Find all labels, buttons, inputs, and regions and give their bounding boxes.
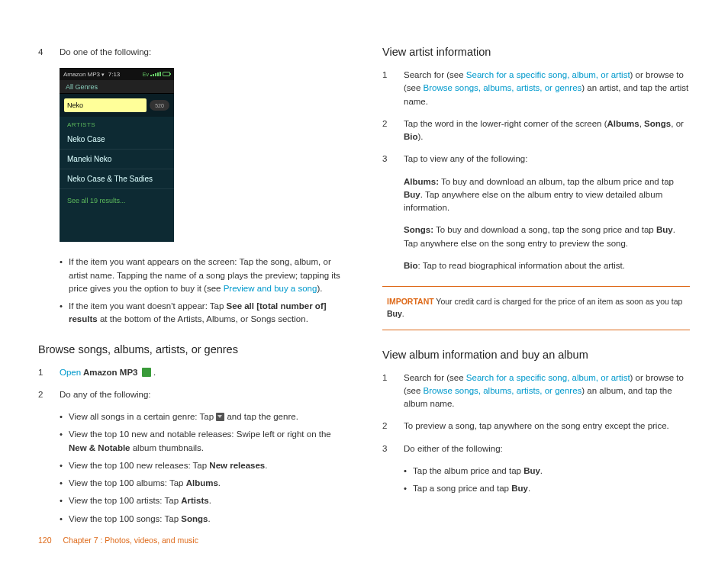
page-number: 120 <box>38 536 52 545</box>
link-browse-songs[interactable]: Browse songs, albums, artists, or genres <box>424 83 582 92</box>
list-item: •View the top 100 albums: Tap Albums. <box>60 477 346 490</box>
step-number: 3 <box>382 153 404 166</box>
artist-row: Neko Case <box>60 130 174 150</box>
important-note: IMPORTANT Your credit card is charged fo… <box>382 286 690 330</box>
phone-screenshot: Amazon MP3 ▾ 7:13 Ev All Genres Neko 520… <box>60 68 174 242</box>
dropdown-icon <box>216 413 224 421</box>
search-row: Neko 520 <box>60 94 174 117</box>
amazon-mp3-icon <box>142 368 151 377</box>
link-search-specific[interactable]: Search for a specific song, album, or ar… <box>466 70 630 79</box>
heading-browse: Browse songs, albums, artists, or genres <box>38 343 346 355</box>
step-number: 3 <box>382 442 404 455</box>
list-item: •Tap a song price and tap Buy. <box>404 482 690 495</box>
step-1: 1 Open Amazon MP3 . <box>38 366 346 379</box>
step-2: 2 Do any of the following: <box>38 388 346 401</box>
step2-bullets: •View all songs in a certain genre: Tap … <box>60 410 346 526</box>
step-2: 2 Tap the word in the lower-right corner… <box>382 117 690 144</box>
list-item: •View all songs in a certain genre: Tap … <box>60 410 346 423</box>
battery-icon <box>163 72 170 76</box>
step-1: 1 Search for (see Search for a specific … <box>382 372 690 411</box>
page-footer: 120 Chapter 7 : Photos, videos, and musi… <box>38 536 198 545</box>
step-number: 4 <box>38 46 60 59</box>
signal-icon <box>150 72 161 76</box>
search-box: Neko <box>64 98 147 112</box>
step-3: 3 Tap to view any of the following: <box>382 153 690 166</box>
genres-row: All Genres <box>60 80 174 94</box>
artists-label: ARTISTS <box>60 117 174 130</box>
step-number: 2 <box>38 388 60 401</box>
link-preview-buy[interactable]: Preview and buy a song <box>224 284 317 293</box>
see-all-results: See all 19 results... <box>60 189 174 212</box>
list-item: •View the top 100 songs: Tap Songs. <box>60 513 346 526</box>
link-search-specific[interactable]: Search for a specific song, album, or ar… <box>466 373 630 382</box>
count-pill: 520 <box>150 100 169 111</box>
chapter-title: Chapter 7 : Photos, videos, and music <box>63 536 198 545</box>
status-bar: Amazon MP3 ▾ 7:13 Ev <box>60 68 174 80</box>
step-3: 3 Do either of the following: <box>382 442 690 455</box>
albums-info: Albums: To buy and download an album, ta… <box>404 175 690 215</box>
list-item: •View the top 10 new and notable release… <box>60 428 346 455</box>
link-open[interactable]: Open <box>60 368 81 377</box>
step-2: 2 To preview a song, tap anywhere on the… <box>382 420 690 433</box>
left-column: 4 Do one of the following: Amazon MP3 ▾ … <box>38 46 346 530</box>
heading-album-info: View album information and buy an album <box>382 349 690 361</box>
step4-bullets: •If the item you want appears on the scr… <box>60 256 346 326</box>
signal-area: Ev <box>143 72 170 77</box>
heading-artist-info: View artist information <box>382 46 690 58</box>
step-number: 2 <box>382 420 404 433</box>
artist-row: Neko Case & The Sadies <box>60 169 174 189</box>
step-4: 4 Do one of the following: <box>38 46 346 59</box>
app-name: Amazon MP3 <box>63 71 100 78</box>
list-item: •If the item you want appears on the scr… <box>60 256 346 295</box>
step-1: 1 Search for (see Search for a specific … <box>382 69 690 108</box>
list-item: •Tap the album price and tap Buy. <box>404 465 690 478</box>
step-text: Do one of the following: <box>60 46 346 59</box>
step-number: 1 <box>382 69 404 108</box>
step-number: 2 <box>382 117 404 144</box>
step-number: 1 <box>382 372 404 411</box>
list-item: •View the top 100 artists: Tap Artists. <box>60 494 346 507</box>
artist-row: Maneki Neko <box>60 150 174 169</box>
step3-bullets: •Tap the album price and tap Buy. •Tap a… <box>404 465 690 496</box>
step-number: 1 <box>38 366 60 379</box>
list-item: •View the top 100 new releases: Tap New … <box>60 459 346 472</box>
clock: 7:13 <box>108 71 121 78</box>
link-browse-songs[interactable]: Browse songs, albums, artists, or genres <box>424 386 582 395</box>
important-label: IMPORTANT <box>387 297 434 306</box>
right-column: View artist information 1 Search for (se… <box>382 46 690 530</box>
list-item: •If the item you want doesn't appear: Ta… <box>60 300 346 327</box>
songs-info: Songs: To buy and download a song, tap t… <box>404 224 690 250</box>
bio-info: Bio: Tap to read biographical informatio… <box>404 259 690 272</box>
